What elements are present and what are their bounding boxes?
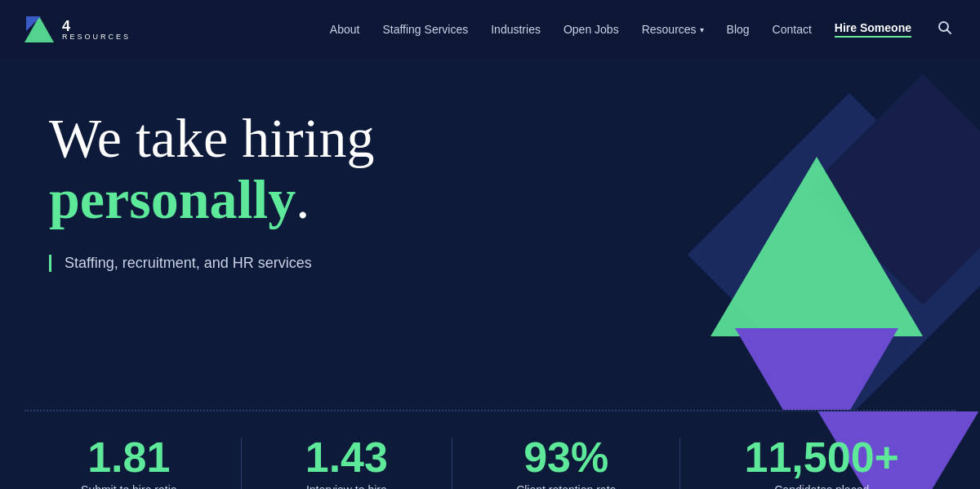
stat-number-1: 1.81 (81, 436, 177, 478)
stat-submit-hire: 1.81 Submit to hire ratio (81, 436, 177, 489)
nav-industries[interactable]: Industries (491, 23, 541, 36)
stat-number-3: 93% (516, 436, 616, 478)
stat-label-1: Submit to hire ratio (81, 483, 177, 489)
stat-retention: 93% Client retention rate (516, 436, 616, 489)
hero-headline-dot: . (296, 168, 310, 230)
stat-divider-2 (452, 438, 452, 489)
logo-sub: RESOURCES (62, 33, 131, 41)
nav-resources[interactable]: Resources ▾ (642, 23, 704, 36)
stats-section: 1.81 Submit to hire ratio 1.43 Interview… (0, 411, 980, 489)
hero-section: We take hiring personally. Staffing, rec… (0, 59, 980, 410)
stat-label-4: Candidates placed (745, 483, 899, 489)
triangle-purple-shape (735, 328, 898, 410)
search-icon (938, 20, 952, 35)
stat-number-2: 1.43 (305, 436, 388, 478)
hire-someone-link[interactable]: Hire Someone (835, 21, 911, 38)
hero-subtitle: Staffing, recruitment, and HR services (49, 255, 539, 272)
hero-headline-1: We take hiring (49, 107, 375, 169)
hero-shapes (686, 91, 980, 402)
triangle-green-shape (710, 157, 923, 336)
hero-headline-green: personally (49, 168, 296, 230)
nav-contact[interactable]: Contact (773, 23, 812, 36)
stat-candidates: 11,500+ Candidates placed (745, 436, 899, 489)
stat-interview-hire: 1.43 Interview to hire (305, 436, 388, 489)
site-header: 4 RESOURCES About Staffing Services Indu… (0, 0, 980, 59)
stat-label-3: Client retention rate (516, 483, 616, 489)
chevron-down-icon: ▾ (700, 25, 704, 34)
stat-label-2: Interview to hire (305, 483, 388, 489)
logo-name: 4 (62, 19, 131, 33)
nav-staffing[interactable]: Staffing Services (382, 23, 468, 36)
hero-content: We take hiring personally. Staffing, rec… (49, 108, 539, 272)
svg-line-3 (947, 29, 951, 33)
hero-headline: We take hiring personally. (49, 108, 539, 230)
stat-divider-3 (679, 438, 680, 489)
nav-open-jobs[interactable]: Open Jobs (564, 23, 619, 36)
search-button[interactable] (934, 20, 956, 39)
logo-icon (24, 15, 54, 44)
logo-text: 4 RESOURCES (62, 19, 131, 41)
nav-blog[interactable]: Blog (727, 23, 750, 36)
nav-about[interactable]: About (330, 23, 360, 36)
logo-link[interactable]: 4 RESOURCES (24, 15, 131, 44)
stat-number-4: 11,500+ (745, 436, 899, 478)
stat-divider-1 (241, 438, 242, 489)
main-nav: About Staffing Services Industries Open … (330, 20, 956, 39)
